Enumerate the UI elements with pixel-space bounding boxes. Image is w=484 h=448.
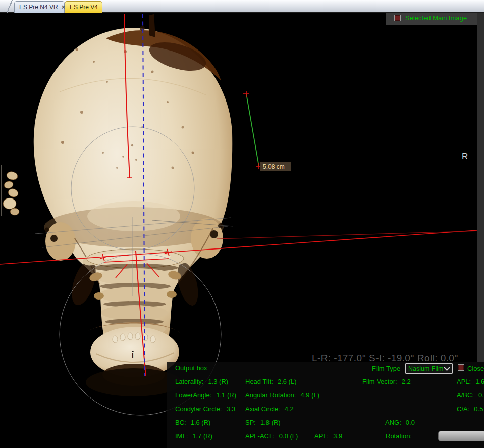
tab-label: ES Pre V4 xyxy=(70,4,98,11)
selected-main-image-checkbox[interactable] xyxy=(394,15,401,21)
measure-sp: SP:1.8 (R) xyxy=(245,419,281,426)
measure-iml: IML:1.7 (R) xyxy=(175,432,212,440)
tab-es-pre-v4[interactable]: ES Pre V4 xyxy=(65,1,102,13)
film-type-value: Nasium Film xyxy=(408,365,444,372)
film-type-label: Film Type xyxy=(372,365,400,372)
rotation-control-button[interactable] xyxy=(438,431,484,441)
orientation-marker-inferior: I xyxy=(132,352,134,359)
measure-apl-acl: APL-ACL:0.0 (L) xyxy=(245,432,298,440)
measure-apl-2: APL:3.9 xyxy=(314,432,342,440)
film-type-dropdown[interactable]: Nasium Film xyxy=(405,363,453,374)
close-label: Close xyxy=(467,365,484,372)
measure-laterality: Laterality:1.3 (R) xyxy=(175,378,228,385)
measure-condylar-circle: Condylar Circle:3.3 xyxy=(175,405,236,413)
measure-c-a: C/A:0.5 xyxy=(457,405,483,413)
output-box-panel: Output box Film Type Nasium Film Close L… xyxy=(167,362,484,448)
measure-ang: ANG:0.0 xyxy=(385,419,415,426)
orientation-marker-right: R xyxy=(462,152,468,162)
measure-head-tilt: Head Tilt:2.6 (L) xyxy=(245,378,297,385)
output-box-title: Output box xyxy=(175,364,207,372)
measure-apl: APL:1.6 xyxy=(457,378,484,385)
measure-a-bc: A/BC:0.2 xyxy=(457,391,484,399)
image-viewport[interactable]: 5.08 cm R I L-R: -177.0° S-I: -19.0° Rol… xyxy=(0,0,484,448)
tab-bar: ES Pre N4 VR× ES Pre V4 xyxy=(0,0,484,13)
close-checkbox[interactable] xyxy=(458,364,464,371)
measurement-value-label[interactable]: 5.08 cm xyxy=(260,162,291,171)
selected-main-image-bar: Selected Main Image xyxy=(386,11,477,25)
measure-bc: BC:1.6 (R) xyxy=(175,419,210,426)
measure-axial-circle: Axial Circle:4.2 xyxy=(245,405,294,413)
selected-main-image-label: Selected Main Image xyxy=(405,14,467,22)
measure-lower-angle: LowerAngle:1.1 (R) xyxy=(175,391,236,399)
measure-angular-rotation: Angular Rotation:4.9 (L) xyxy=(245,391,319,399)
output-box-underline xyxy=(217,372,365,372)
measure-film-vector: Film Vector:2.2 xyxy=(362,378,411,385)
right-edge-strip xyxy=(477,11,484,362)
chevron-down-icon xyxy=(444,367,450,371)
tab-es-pre-n4-vr[interactable]: ES Pre N4 VR× xyxy=(14,1,65,13)
rotation-label: Rotation: xyxy=(386,432,412,440)
application-window: 5.08 cm R I L-R: -177.0° S-I: -19.0° Rol… xyxy=(0,0,484,448)
tab-label: ES Pre N4 VR xyxy=(19,4,58,11)
